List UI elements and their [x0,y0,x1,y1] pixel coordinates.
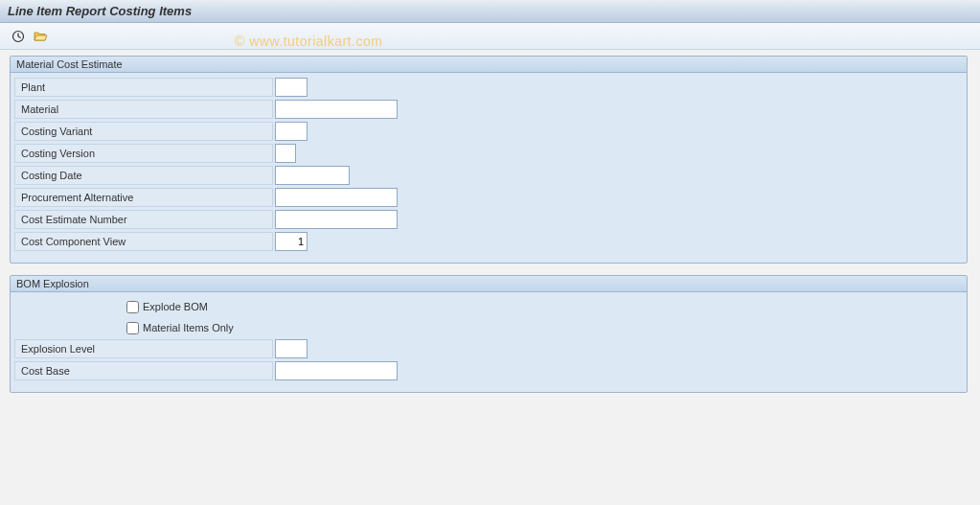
content-area: Material Cost Estimate Plant Material Co… [0,50,980,410]
plant-label: Plant [14,78,273,97]
explosion-level-input[interactable] [275,339,308,358]
cost-est-num-label: Cost Estimate Number [14,210,273,229]
title-bar: Line Item Report Costing Items [0,0,980,23]
field-row-material-items: Material Items Only [14,317,963,338]
group-body: Plant Material Costing Variant Costing V… [11,73,967,263]
svg-line-2 [18,36,21,38]
field-row-explode-bom: Explode BOM [14,296,963,317]
group-material-cost-estimate: Material Cost Estimate Plant Material Co… [10,56,968,264]
material-items-checkbox[interactable] [126,322,139,334]
clock-icon [11,30,25,43]
cost-comp-view-input[interactable] [275,232,308,251]
group-header: BOM Explosion [11,276,967,292]
group-body: Explode BOM Material Items Only Explosio… [11,292,967,392]
cost-comp-view-label: Cost Component View [14,232,273,251]
field-row-proc-alt: Procurement Alternative [14,187,963,208]
field-row-explosion-level: Explosion Level [14,338,963,359]
field-row-material: Material [14,99,963,120]
execute-button[interactable] [8,27,29,46]
explode-bom-checkbox[interactable] [126,301,139,313]
cost-base-input[interactable] [275,361,398,380]
proc-alt-input[interactable] [275,188,398,207]
material-label: Material [14,100,273,119]
costing-variant-input[interactable] [275,122,308,141]
plant-input[interactable] [275,78,308,97]
explosion-level-label: Explosion Level [14,339,273,358]
field-row-costing-version: Costing Version [14,143,963,164]
field-row-cost-base: Cost Base [14,360,963,381]
explode-bom-label: Explode BOM [143,301,208,312]
proc-alt-label: Procurement Alternative [14,188,273,207]
costing-date-label: Costing Date [14,166,273,185]
costing-variant-label: Costing Variant [14,122,273,141]
material-items-label: Material Items Only [143,322,234,333]
group-bom-explosion: BOM Explosion Explode BOM Material Items… [10,275,968,393]
material-input[interactable] [275,100,398,119]
costing-date-input[interactable] [275,166,350,185]
field-row-costing-date: Costing Date [14,165,963,186]
costing-version-label: Costing Version [14,144,273,163]
toolbar [0,23,980,50]
field-row-costing-variant: Costing Variant [14,121,963,142]
field-row-cost-est-num: Cost Estimate Number [14,209,963,230]
cost-base-label: Cost Base [14,361,273,380]
cost-est-num-input[interactable] [275,210,398,229]
group-header: Material Cost Estimate [11,57,967,73]
field-row-plant: Plant [14,77,963,98]
folder-open-icon [34,30,49,43]
costing-version-input[interactable] [275,144,296,163]
field-row-cost-comp-view: Cost Component View [14,231,963,252]
get-variant-button[interactable] [31,27,52,46]
page-title: Line Item Report Costing Items [8,4,192,18]
